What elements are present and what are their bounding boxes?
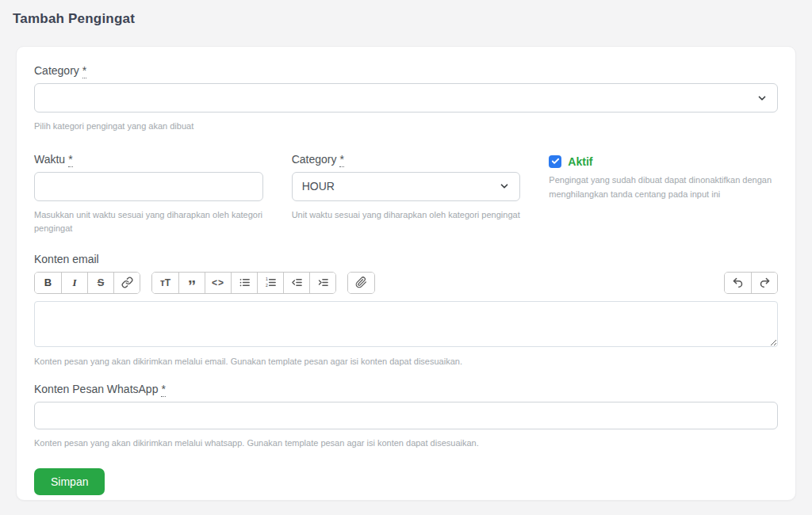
form-card: Category* Pilih kategori pengingat yang …: [16, 46, 796, 501]
konten-email-label: Konten email: [34, 253, 778, 265]
field-aktif: Aktif Pengingat yang sudah dibuat dapat …: [549, 153, 778, 236]
required-asterisk: *: [339, 153, 343, 167]
outdent-button[interactable]: [283, 273, 309, 293]
category-unit-select[interactable]: HOUR: [292, 172, 521, 201]
block-format-group: тT ” <> 12: [151, 272, 336, 294]
undo-icon: [732, 277, 744, 288]
quote-button[interactable]: ”: [178, 273, 205, 293]
heading-button[interactable]: тT: [152, 273, 178, 293]
category-unit-label: Category*: [292, 153, 521, 166]
outdent-icon: [291, 277, 303, 288]
category-helper: Pilih kategori pengingat yang akan dibua…: [34, 120, 778, 134]
konten-wa-label-text: Konten Pesan WhatsApp: [34, 383, 158, 395]
aktif-label[interactable]: Aktif: [568, 155, 592, 168]
link-button[interactable]: [113, 273, 140, 293]
category-label-text: Category: [34, 64, 79, 77]
chevron-down-icon: [756, 93, 768, 104]
aktif-check-row: Aktif: [549, 154, 778, 169]
link-icon: [121, 277, 133, 288]
konten-email-helper: Konten pesan yang akan dikirimkan melalu…: [34, 355, 778, 369]
code-icon: <>: [212, 277, 224, 288]
number-list-icon: 12: [265, 277, 277, 288]
field-waktu: Waktu* Masukkan unit waktu sesuai yang d…: [34, 153, 263, 236]
chevron-down-icon: [499, 181, 510, 192]
attach-file-button[interactable]: [348, 273, 374, 293]
text-style-group: B I S: [34, 272, 140, 294]
code-button[interactable]: <>: [205, 273, 231, 293]
category-unit-select-value: HOUR: [302, 180, 335, 193]
waktu-input[interactable]: [34, 172, 263, 201]
field-category: Category* Pilih kategori pengingat yang …: [34, 64, 778, 134]
waktu-label: Waktu*: [34, 153, 263, 166]
category-select[interactable]: [34, 83, 778, 113]
field-konten-wa: Konten Pesan WhatsApp* Konten pesan yang…: [34, 383, 778, 451]
required-asterisk: *: [82, 64, 86, 78]
strikethrough-icon: S: [98, 277, 105, 288]
category-unit-label-text: Category: [292, 153, 337, 166]
field-konten-email: Konten email B I S тT ” <>: [34, 253, 778, 369]
save-button[interactable]: Simpan: [34, 468, 105, 495]
undo-button[interactable]: [725, 273, 751, 293]
history-group: [724, 272, 778, 294]
strikethrough-button[interactable]: S: [87, 273, 113, 293]
svg-text:2: 2: [265, 284, 267, 288]
form-row: Waktu* Masukkan unit waktu sesuai yang d…: [34, 153, 778, 236]
svg-text:1: 1: [265, 277, 267, 282]
indent-icon: [317, 277, 329, 288]
number-list-button[interactable]: 12: [257, 273, 283, 293]
konten-wa-input[interactable]: [34, 402, 778, 429]
check-icon: [551, 157, 560, 166]
waktu-label-text: Waktu: [34, 153, 65, 166]
bold-button[interactable]: B: [35, 273, 61, 293]
italic-icon: I: [72, 277, 76, 289]
konten-wa-label: Konten Pesan WhatsApp*: [34, 383, 778, 395]
quote-icon: ”: [188, 282, 197, 290]
aktif-checkbox[interactable]: [549, 155, 561, 168]
aktif-helper: Pengingat yang sudah dibuat dapat dinona…: [549, 173, 778, 202]
category-unit-helper: Unit waktu sesuai yang diharapkan oleh k…: [292, 208, 521, 223]
indent-button[interactable]: [309, 273, 335, 293]
editor-toolbar: B I S тT ” <> 12: [34, 272, 778, 294]
konten-wa-helper: Konten pesan yang akan dikirimkan melalu…: [34, 437, 778, 451]
konten-email-editor[interactable]: [34, 301, 778, 347]
attach-group: [347, 272, 375, 294]
waktu-helper: Masukkan unit waktu sesuai yang diharapk…: [34, 208, 263, 236]
page: Tambah Pengingat Category* Pilih kategor…: [0, 0, 812, 515]
required-asterisk: *: [68, 153, 72, 167]
bullet-list-icon: [239, 277, 251, 288]
bold-icon: B: [44, 277, 52, 288]
heading-icon: тT: [160, 277, 170, 288]
redo-button[interactable]: [751, 273, 777, 293]
italic-button[interactable]: I: [61, 273, 87, 293]
page-title: Tambah Pengingat: [0, 0, 812, 27]
bullet-list-button[interactable]: [231, 273, 257, 293]
required-asterisk: *: [161, 383, 165, 397]
category-label: Category*: [34, 64, 778, 77]
paperclip-icon: [355, 277, 367, 288]
field-category-unit: Category* HOUR Unit waktu sesuai yang di…: [292, 153, 521, 236]
redo-icon: [759, 277, 771, 288]
